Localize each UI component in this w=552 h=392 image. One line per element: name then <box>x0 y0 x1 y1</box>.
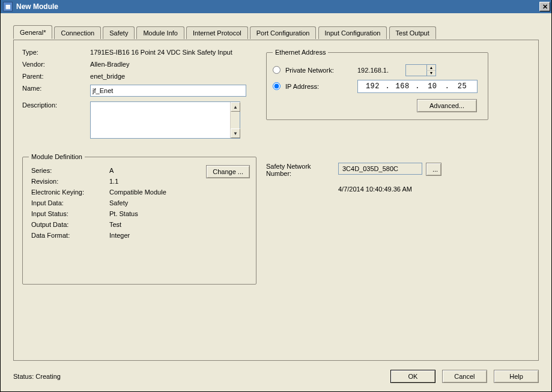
ip-dot: . <box>443 82 452 91</box>
safety-network-number-timestamp: 4/7/2014 10:40:49.36 AM <box>338 185 494 193</box>
description-scrollbar[interactable]: ▲ ▼ <box>230 102 240 138</box>
scroll-up-icon[interactable]: ▲ <box>231 102 240 112</box>
ethernet-address-group: Ethernet Address Private Network: 192.16… <box>266 49 488 120</box>
tab-module-info[interactable]: Module Info <box>136 26 184 39</box>
vendor-label: Vendor: <box>22 61 88 68</box>
safety-network-number-more-button[interactable]: ... <box>426 163 441 176</box>
moddef-revision-label: Revision: <box>29 176 107 187</box>
window-title: New Module <box>16 2 58 11</box>
vendor-value: Allen-Bradley <box>90 61 129 68</box>
ethernet-address-legend: Ethernet Address <box>273 49 328 56</box>
scroll-down-icon[interactable]: ▼ <box>231 128 240 138</box>
moddef-odata-value: Test <box>107 219 169 230</box>
ip-address-input[interactable]: 192. 168. 10. 25 <box>357 80 478 93</box>
title-bar: ▦ New Module ✕ <box>1 0 551 13</box>
safety-network-number-value: 3C4D_035D_580C <box>338 163 422 175</box>
ip-address-radio[interactable] <box>273 82 281 90</box>
tab-test-output[interactable]: Test Output <box>389 26 436 39</box>
type-value: 1791ES-IB16 16 Point 24 VDC Sink Safety … <box>90 49 232 56</box>
advanced-button[interactable]: Advanced... <box>417 99 477 112</box>
tab-internet-protocol[interactable]: Internet Protocol <box>186 26 248 39</box>
moddef-istat-value: Pt. Status <box>107 208 169 219</box>
tab-panel-general: Type: 1791ES-IB16 16 Point 24 VDC Sink S… <box>13 40 539 361</box>
tab-port-configuration[interactable]: Port Configuration <box>250 26 317 39</box>
moddef-idata-value: Safety <box>107 198 169 208</box>
private-network-label: Private Network: <box>285 67 357 74</box>
ip-octet-1[interactable]: 192 <box>362 82 383 91</box>
change-button[interactable]: Change ... <box>206 165 250 178</box>
tab-connection[interactable]: Connection <box>54 26 101 39</box>
moddef-dfmt-label: Data Format: <box>29 230 107 241</box>
safety-network-number-label: Safety Network Number: <box>266 163 338 177</box>
app-icon: ▦ <box>3 2 13 11</box>
description-input[interactable] <box>90 101 240 139</box>
tab-input-configuration[interactable]: Input Configuration <box>318 26 387 39</box>
moddef-revision-value: 1.1 <box>107 176 169 187</box>
help-button[interactable]: Help <box>494 370 539 383</box>
module-definition-group: Module Definition Change ... Series: A R… <box>22 153 256 285</box>
moddef-idata-label: Input Data: <box>29 198 107 208</box>
ip-address-label: IP Address: <box>285 83 357 90</box>
spinner-up-icon[interactable]: ▲ <box>426 65 435 71</box>
ip-octet-2[interactable]: 168 <box>392 82 413 91</box>
status-text: Status: Creating <box>13 373 386 380</box>
ip-dot: . <box>383 82 392 91</box>
moddef-series-value: A <box>107 165 169 176</box>
name-label: Name: <box>22 85 88 92</box>
close-icon: ✕ <box>542 3 548 11</box>
moddef-ekey-label: Electronic Keying: <box>29 187 107 198</box>
moddef-series-label: Series: <box>29 165 107 176</box>
moddef-ekey-value: Compatible Module <box>107 187 169 198</box>
tab-safety[interactable]: Safety <box>103 26 135 39</box>
private-network-radio[interactable] <box>273 66 281 74</box>
module-definition-legend: Module Definition <box>29 153 85 160</box>
spinner-down-icon[interactable]: ▼ <box>426 71 435 76</box>
description-label: Description: <box>22 101 88 109</box>
tab-strip: General* Connection Safety Module Info I… <box>13 25 539 40</box>
private-network-prefix: 192.168.1. <box>357 67 405 74</box>
bottom-bar: Status: Creating OK Cancel Help <box>2 363 550 390</box>
tab-general[interactable]: General* <box>13 25 52 39</box>
name-input[interactable] <box>90 85 246 97</box>
ip-octet-4[interactable]: 25 <box>452 82 473 91</box>
ok-button[interactable]: OK <box>390 370 435 383</box>
parent-value: enet_bridge <box>90 73 125 80</box>
private-network-octet-input[interactable] <box>406 65 426 76</box>
moddef-odata-label: Output Data: <box>29 219 107 230</box>
type-label: Type: <box>22 49 88 56</box>
close-button[interactable]: ✕ <box>539 2 550 11</box>
parent-label: Parent: <box>22 73 88 80</box>
cancel-button[interactable]: Cancel <box>442 370 487 383</box>
ip-octet-3[interactable]: 10 <box>422 82 443 91</box>
ip-dot: . <box>413 82 422 91</box>
private-network-octet-stepper[interactable]: ▲ ▼ <box>405 64 436 76</box>
moddef-dfmt-value: Integer <box>107 230 169 241</box>
moddef-istat-label: Input Status: <box>29 208 107 219</box>
